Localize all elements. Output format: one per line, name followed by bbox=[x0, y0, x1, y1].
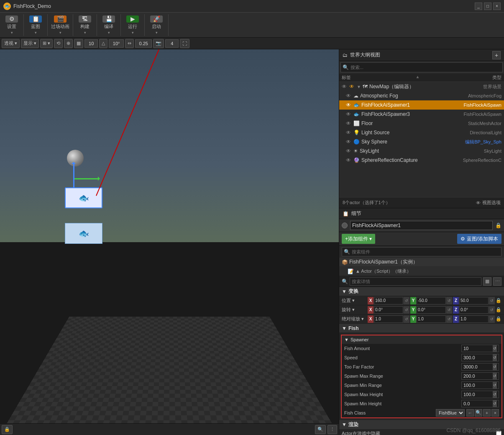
grid-snap-button[interactable]: ▦ bbox=[74, 39, 83, 48]
window-controls[interactable]: _ □ × bbox=[475, 3, 501, 10]
scale-y-reset[interactable]: ↺ bbox=[446, 315, 452, 323]
outliner-row-floor[interactable]: 👁 ⬜ Floor StaticMeshActor bbox=[339, 119, 504, 128]
speed-reset[interactable]: ↺ bbox=[493, 354, 497, 361]
outliner-search-bar[interactable]: 🔍 bbox=[340, 62, 503, 72]
speed-input[interactable] bbox=[463, 355, 493, 360]
scale-label[interactable]: 绝对缩放 ▾ bbox=[342, 316, 367, 322]
rotation-x-reset[interactable]: ↺ bbox=[404, 306, 409, 314]
outliner-search-input[interactable] bbox=[350, 65, 501, 70]
outliner-row-sphere-reflect[interactable]: 👁 🔮 SphereReflectionCapture SphereReflec… bbox=[339, 156, 504, 165]
component-item-instance[interactable]: 📦 FishFlockAiSpawner1（实例） bbox=[339, 258, 504, 267]
perspective-button[interactable]: 透视 ▾ bbox=[2, 39, 20, 48]
play-button[interactable]: ▶ 运行 ▾ bbox=[123, 15, 143, 36]
position-y-reset[interactable]: ↺ bbox=[446, 297, 452, 304]
spawn-max-range-reset[interactable]: ↺ bbox=[493, 373, 497, 379]
fish-class-navigate-button[interactable]: ← bbox=[466, 409, 474, 417]
settings-button[interactable]: ⚙ 设置 ▾ bbox=[2, 15, 22, 36]
spawn-min-height-input[interactable] bbox=[463, 401, 493, 406]
details-grid-icon[interactable]: ▦ bbox=[483, 277, 491, 286]
position-z-reset[interactable]: ↺ bbox=[489, 297, 495, 304]
outliner-row-skylight[interactable]: 👁 ☀ SkyLight SkyLight bbox=[339, 146, 504, 156]
lock-icon[interactable]: 🔒 bbox=[495, 223, 501, 228]
position-x-reset[interactable]: ↺ bbox=[404, 297, 409, 304]
position-z-input[interactable] bbox=[459, 297, 489, 304]
fish-class-add-button[interactable]: + bbox=[483, 409, 491, 417]
visibility-icon-fog[interactable]: 👁 bbox=[346, 93, 352, 99]
spawn-min-range-input[interactable] bbox=[463, 383, 493, 388]
rotation-z-input[interactable] bbox=[459, 306, 489, 314]
visibility-icon[interactable]: 👁 bbox=[342, 84, 348, 90]
fish-class-select[interactable]: FishBlue bbox=[436, 409, 465, 417]
rotate-button[interactable]: ⟲ bbox=[54, 39, 63, 48]
scale-x-input[interactable] bbox=[374, 315, 403, 323]
rotation-label[interactable]: 旋转 ▾ bbox=[342, 307, 367, 313]
expand-icon[interactable]: ▼ bbox=[357, 84, 361, 89]
fish-section-header[interactable]: ▼ Fish bbox=[339, 324, 504, 333]
rotation-z-reset[interactable]: ↺ bbox=[489, 306, 495, 314]
maximize-button[interactable]: □ bbox=[484, 3, 491, 10]
scale-x-reset[interactable]: ↺ bbox=[404, 315, 409, 323]
position-y-input[interactable] bbox=[417, 297, 446, 304]
spawn-max-height-input[interactable] bbox=[463, 392, 493, 397]
viewport-options-icon[interactable]: ⋮ bbox=[327, 425, 337, 434]
outliner-row-fog[interactable]: 👁 ☁ Atmospheric Fog AtmosphericFog bbox=[339, 91, 504, 100]
show-button[interactable]: 显示 ▾ bbox=[21, 39, 39, 48]
scale-z-reset[interactable]: ↺ bbox=[489, 315, 495, 323]
icons-button[interactable]: ⊞ ▾ bbox=[40, 39, 53, 48]
viewport-search-icon[interactable]: 🔍 bbox=[315, 425, 326, 434]
camera-speed-input[interactable] bbox=[165, 39, 179, 48]
blueprint-button[interactable]: 📋 蓝图 ▾ bbox=[26, 15, 46, 36]
rotation-y-input[interactable] bbox=[417, 306, 446, 314]
position-lock-icon[interactable]: 🔒 bbox=[496, 298, 501, 303]
spawner-object[interactable] bbox=[59, 150, 92, 183]
outliner-row-newmap[interactable]: 👁 👁 ▼ 🗺 NewMap（编辑器） 世界场景 bbox=[339, 82, 504, 91]
cinematic-button[interactable]: 🎬 过场动画 ▾ bbox=[49, 15, 71, 36]
visibility-icon-spherereflect[interactable]: 👁 bbox=[346, 157, 352, 163]
scale-input[interactable] bbox=[135, 39, 152, 48]
spawn-min-height-reset[interactable]: ↺ bbox=[493, 400, 497, 407]
rotation-y-reset[interactable]: ↺ bbox=[446, 306, 452, 314]
angle-input[interactable] bbox=[109, 39, 124, 48]
component-sub-actor[interactable]: 📝 ▲ Actor（Script）（继承） bbox=[339, 267, 504, 276]
viewport-lock-icon[interactable]: 🔒 bbox=[2, 425, 13, 434]
close-button[interactable]: × bbox=[493, 3, 501, 10]
visibility-icon-skylight[interactable]: 👁 bbox=[346, 148, 352, 154]
visibility-icon-spawner1[interactable]: 👁 bbox=[346, 102, 352, 108]
outliner-row-light[interactable]: 👁 💡 Light Source DirectionalLight bbox=[339, 128, 504, 137]
launch-button[interactable]: 🚀 启动 ▾ bbox=[146, 15, 166, 36]
spawn-max-range-input[interactable] bbox=[463, 374, 493, 379]
spawn-max-height-reset[interactable]: ↺ bbox=[493, 391, 497, 398]
fish-amount-reset[interactable]: ↺ bbox=[493, 345, 497, 352]
fish-card-selected[interactable]: 🐟 bbox=[65, 187, 102, 208]
fish-class-search-button[interactable]: 🔍 bbox=[475, 409, 482, 417]
actor-visibility-dot[interactable] bbox=[342, 223, 348, 228]
spawn-min-range-reset[interactable]: ↺ bbox=[493, 382, 497, 389]
scale-z-input[interactable] bbox=[459, 315, 489, 323]
viewport[interactable]: 🐟 🐟 🔒 🔍 ⋮ bbox=[0, 49, 339, 435]
visibility-icon-spawner3[interactable]: 👁 bbox=[346, 111, 352, 117]
component-search-input[interactable] bbox=[352, 249, 499, 254]
maximize-viewport-button[interactable]: ⛶ bbox=[180, 39, 189, 48]
spawner-header[interactable]: ▼ Spawner bbox=[342, 335, 501, 344]
fish-class-clear-button[interactable]: × bbox=[491, 409, 499, 417]
blueprint-script-button[interactable]: ⚙ 蓝图/添加脚本 bbox=[457, 234, 501, 244]
visibility-icon-light[interactable]: 👁 bbox=[346, 130, 352, 136]
compile-button[interactable]: 💾 编译 ▾ bbox=[99, 15, 119, 36]
position-x-input[interactable] bbox=[374, 297, 403, 304]
outliner-row-spawner1[interactable]: 👁 🐟 FishFlockAiSpawner1 FishFlockAiSpawn bbox=[339, 100, 504, 110]
too-far-factor-reset[interactable]: ↺ bbox=[493, 363, 497, 370]
outliner-add-button[interactable]: + bbox=[492, 51, 501, 59]
scale-y-input[interactable] bbox=[417, 315, 446, 323]
position-label[interactable]: 位置 ▾ bbox=[342, 297, 367, 304]
build-button[interactable]: 🏗 构建 ▾ bbox=[75, 15, 95, 36]
grid-size-input[interactable] bbox=[84, 39, 98, 48]
add-component-button[interactable]: +添加组件 ▾ bbox=[342, 234, 375, 244]
fish-amount-input[interactable] bbox=[463, 346, 493, 351]
too-far-factor-input[interactable] bbox=[463, 364, 493, 369]
transform-section-header[interactable]: ▼ 变换 bbox=[339, 287, 504, 296]
actor-name-input[interactable] bbox=[350, 221, 493, 230]
rotation-lock-icon[interactable]: 🔒 bbox=[496, 307, 501, 312]
minimize-button[interactable]: _ bbox=[475, 3, 482, 10]
component-search-bar[interactable]: 🔍 bbox=[342, 247, 501, 256]
view-options-label[interactable]: 视图选项 bbox=[482, 200, 501, 206]
